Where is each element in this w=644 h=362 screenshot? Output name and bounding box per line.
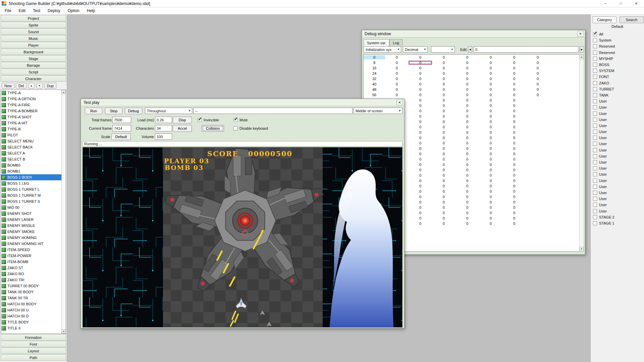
sprite-list-item[interactable]: ITEM-BOMB: [1, 259, 61, 265]
debug-cell[interactable]: 0: [479, 104, 502, 108]
debug-cell[interactable]: 0: [479, 205, 502, 209]
scroll-up-icon[interactable]: ▲: [62, 90, 66, 94]
sprite-list-item[interactable]: TYPE-A FIRE: [1, 102, 61, 108]
edit-next-icon[interactable]: ▶: [580, 46, 584, 53]
debug-row-label[interactable]: 40: [364, 82, 385, 86]
checkbox-icon[interactable]: [593, 51, 597, 55]
sprite-list-item[interactable]: TYPE-A OPTION: [1, 96, 61, 102]
category-filter-item[interactable]: System: [592, 37, 643, 43]
debug-cell[interactable]: 0: [502, 130, 526, 134]
debug-cell[interactable]: 0: [409, 157, 432, 161]
debug-cell[interactable]: 0: [432, 87, 455, 92]
debug-cell[interactable]: 0: [502, 211, 526, 215]
checkbox-icon[interactable]: [593, 87, 597, 91]
checkbox-icon[interactable]: [593, 57, 597, 61]
debug-cell[interactable]: 0: [385, 87, 409, 92]
checkbox-icon[interactable]: [593, 93, 597, 97]
sprite-list-item[interactable]: ZAKO RO: [1, 271, 61, 277]
debug-cell[interactable]: 0: [455, 184, 479, 188]
sprite-list-item[interactable]: SELECT BACK: [1, 144, 61, 150]
debug-cell[interactable]: 0: [479, 141, 502, 145]
sprite-list-scrollbar[interactable]: ▲ ▼: [61, 90, 66, 334]
debug-cell[interactable]: 0: [526, 61, 549, 65]
menu-item-edit[interactable]: Edit: [15, 7, 29, 14]
debug-cell[interactable]: 0: [479, 61, 502, 65]
debug-cell[interactable]: 0: [502, 222, 526, 226]
category-filter-item[interactable]: User: [592, 165, 643, 171]
category-filter-item[interactable]: User: [592, 159, 643, 165]
sprite-list-item[interactable]: TYPE-A SHOT: [1, 114, 61, 120]
debug-cell[interactable]: 0: [432, 173, 455, 177]
current-frame-field[interactable]: 7414: [112, 125, 131, 131]
debug-cell[interactable]: 0: [385, 77, 409, 81]
category-filter-item[interactable]: User: [592, 184, 643, 190]
debug-cell[interactable]: 0: [479, 222, 502, 226]
category-filter-item[interactable]: STAGE 2: [592, 214, 643, 220]
debug-cell[interactable]: 0: [432, 136, 455, 140]
category-button-script[interactable]: Script: [1, 69, 66, 75]
debug-row-label[interactable]: 48: [364, 87, 385, 92]
checkbox-icon[interactable]: [593, 197, 597, 201]
scroll-down-icon[interactable]: ▼: [62, 329, 66, 334]
debug-cell[interactable]: 0: [432, 222, 455, 226]
debug-cell[interactable]: 0: [432, 104, 455, 108]
sprite-list-item[interactable]: BOSS 1 TURRET M: [1, 192, 61, 198]
debug-cell[interactable]: 0: [409, 61, 432, 65]
debug-cell[interactable]: 0: [432, 168, 455, 172]
debug-cell[interactable]: 0: [432, 71, 455, 75]
category-filter-item[interactable]: User: [592, 129, 643, 135]
debug-cell[interactable]: 0: [409, 66, 432, 70]
sprite-list-item[interactable]: TURRET 00 BODY: [1, 283, 61, 289]
checkbox-icon[interactable]: ✓: [593, 32, 597, 36]
debug-cell[interactable]: 0: [455, 179, 479, 183]
sprite-list-item[interactable]: MID 00: [1, 204, 61, 210]
debug-cell[interactable]: 0: [409, 205, 432, 209]
category-filter-item[interactable]: User: [592, 135, 643, 141]
debug-cell[interactable]: 0: [455, 168, 479, 172]
category-button-project[interactable]: Project: [1, 15, 66, 21]
debug-cell[interactable]: 0: [455, 77, 479, 81]
debug-cell[interactable]: 0: [479, 163, 502, 167]
debug-cell[interactable]: 0: [502, 114, 526, 118]
debug-cell[interactable]: 0: [479, 173, 502, 177]
debug-cell[interactable]: 0: [432, 200, 455, 204]
debug-cell[interactable]: 0: [479, 130, 502, 134]
debug-cell[interactable]: 0: [455, 146, 479, 150]
debug-cell[interactable]: 0: [502, 179, 526, 183]
tab-category[interactable]: Category: [592, 16, 616, 23]
debug-cell[interactable]: 0: [409, 87, 432, 92]
debug-cell[interactable]: 0: [409, 55, 432, 59]
debug-cell[interactable]: 0: [526, 87, 549, 92]
total-frames-field[interactable]: 7500: [112, 117, 131, 123]
debug-cell[interactable]: 0: [409, 211, 432, 215]
debug-cell[interactable]: 0: [502, 141, 526, 145]
debug-cell[interactable]: 0: [479, 109, 502, 113]
debug-cell[interactable]: 0: [479, 146, 502, 150]
debug-cell[interactable]: 0: [455, 222, 479, 226]
debug-cell[interactable]: 0: [479, 125, 502, 129]
sprite-list-item[interactable]: BOSS 1 LEG: [1, 180, 61, 186]
debug-row-label[interactable]: 24: [364, 71, 385, 75]
debug-cell[interactable]: 0: [479, 98, 502, 102]
new-button[interactable]: New: [2, 83, 14, 88]
debug-cell[interactable]: 0: [409, 189, 432, 193]
menu-item-help[interactable]: Help: [83, 7, 99, 14]
sprite-list-item[interactable]: HATCH 00 U: [1, 307, 61, 313]
debug-cell[interactable]: 0: [479, 168, 502, 172]
category-button-background[interactable]: Background: [1, 49, 66, 55]
debug-cell[interactable]: 0: [409, 222, 432, 226]
menu-item-file[interactable]: File: [1, 7, 15, 14]
scroll-track[interactable]: [580, 59, 584, 247]
debug-cell[interactable]: 0: [479, 93, 502, 97]
debug-cell[interactable]: 0: [385, 82, 409, 86]
sprite-list-item[interactable]: TANK 00 TR: [1, 295, 61, 301]
debug-cell[interactable]: 0: [479, 184, 502, 188]
debug-cell[interactable]: 0: [502, 157, 526, 161]
debug-cell[interactable]: 0: [455, 189, 479, 193]
scroll-track[interactable]: [62, 94, 66, 329]
debug-cell[interactable]: 0: [385, 55, 409, 59]
category-filter-item[interactable]: ZAKO: [592, 80, 643, 86]
debug-row-label[interactable]: 0: [364, 55, 385, 59]
debug-cell[interactable]: 0: [526, 71, 549, 75]
volume-field[interactable]: 100: [155, 133, 172, 140]
